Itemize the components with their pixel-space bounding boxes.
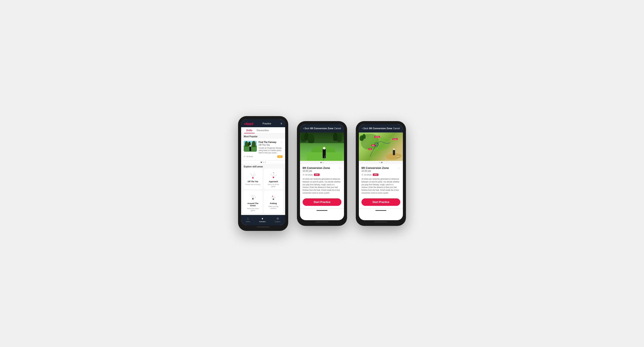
cancel-button[interactable]: Cancel bbox=[334, 127, 341, 130]
image-dots bbox=[300, 161, 344, 164]
favourite-star-icon[interactable]: ☆ bbox=[280, 141, 282, 144]
screen-title: 6ft Conversion Zone bbox=[310, 127, 333, 130]
chevron-left-icon-3: ‹ bbox=[362, 127, 363, 130]
nav-capture[interactable]: ⊕ Capture bbox=[275, 217, 280, 223]
svg-point-7 bbox=[255, 174, 256, 175]
phone-2: ‹ Back 6ft Conversion Zone Cancel bbox=[297, 121, 347, 226]
img-dot-1[interactable] bbox=[320, 162, 322, 163]
dot-3[interactable] bbox=[265, 162, 266, 163]
app-logo: clippd bbox=[244, 122, 253, 126]
dot-1[interactable] bbox=[261, 162, 262, 163]
nav-activities-label: Activities bbox=[259, 221, 266, 223]
nav-home[interactable]: ⌂ Home bbox=[246, 217, 250, 223]
app-header: clippd Practice ≡ bbox=[241, 119, 285, 127]
nav-label: Practice bbox=[262, 122, 271, 125]
skill-name-putting: Putting bbox=[270, 202, 277, 204]
bottom-nav: ⌂ Home ♦ Activities ⊕ Capture bbox=[241, 215, 285, 225]
back-label-3: Back bbox=[364, 127, 368, 130]
drill-footer: ⏱ 10 shots OTT bbox=[244, 155, 282, 158]
skill-name-ott: Off The Tee bbox=[248, 180, 258, 183]
detail-header: ‹ Back 6ft Conversion Zone Cancel bbox=[300, 124, 344, 133]
map-illustration: SAND Fairway Rough Miss Hit bbox=[359, 133, 403, 161]
drill-info-panel-3: 6ft Conversion Zone 10-50 yds ☆ ⏱ 20 sho… bbox=[359, 164, 403, 197]
skill-card-approach[interactable]: Approach Dial-in to hit the green bbox=[264, 169, 283, 189]
skill-card-ott[interactable]: Off The Tee Power and accuracy bbox=[243, 169, 262, 189]
phone-3: ‹ Back 6ft Conversion Zone Cancel bbox=[356, 121, 406, 226]
svg-point-23 bbox=[252, 194, 253, 195]
arg-badge-3: ARG bbox=[373, 174, 378, 176]
svg-point-34 bbox=[275, 197, 276, 198]
putting-skill-icon bbox=[268, 193, 278, 201]
clock-icon: ⏱ bbox=[244, 156, 246, 158]
skill-name-atg: Around The Green bbox=[245, 202, 261, 207]
home-indicator-3 bbox=[374, 221, 388, 222]
atg-skill-icon bbox=[248, 193, 258, 201]
main-content: Most Popular bbox=[241, 134, 285, 215]
img-dot-3-2[interactable] bbox=[381, 162, 382, 163]
drill-title: Find The Fairway bbox=[258, 141, 276, 144]
ott-badge: OTT bbox=[277, 155, 282, 158]
nav-home-label: Home bbox=[246, 221, 250, 223]
shots-badge: ⏱ 20 shots bbox=[302, 174, 313, 176]
svg-point-32 bbox=[274, 196, 275, 197]
skill-card-putting[interactable]: Putting Make and lag practice bbox=[264, 191, 283, 213]
cancel-button-3[interactable]: Cancel bbox=[393, 127, 400, 130]
nav-activities[interactable]: ♦ Activities bbox=[259, 217, 266, 223]
svg-point-8 bbox=[251, 174, 252, 175]
img-dot-2[interactable] bbox=[322, 162, 324, 163]
activities-icon: ♦ bbox=[262, 217, 263, 220]
svg-line-18 bbox=[251, 196, 253, 198]
shots-badge-3: ⏱ 20 shots bbox=[362, 174, 372, 176]
featured-drill-card[interactable]: Find The Fairway Off The Tee ☆ Create an… bbox=[241, 139, 285, 160]
explore-section: Explore skill areas bbox=[241, 164, 285, 215]
clock-icon-3: ⏱ bbox=[362, 174, 364, 176]
back-label: Back bbox=[304, 127, 309, 130]
shots-info: ⏱ 10 shots bbox=[244, 156, 253, 158]
tab-favourites[interactable]: Favourites bbox=[255, 127, 271, 133]
skill-desc-approach: Dial-in to hit the green bbox=[266, 184, 281, 187]
drill-desc-3: 20 shots are randomly generated at dista… bbox=[362, 178, 400, 194]
svg-point-21 bbox=[251, 195, 252, 196]
drill-name: 6ft Conversion Zone bbox=[302, 166, 330, 170]
svg-point-0 bbox=[252, 177, 254, 179]
skill-desc-ott: Power and accuracy bbox=[246, 184, 260, 185]
phone-1: clippd Practice ≡ Drills Favourites Most… bbox=[238, 116, 288, 231]
home-icon: ⌂ bbox=[247, 217, 249, 220]
start-practice-button[interactable]: Start Practice bbox=[302, 198, 342, 206]
svg-point-16 bbox=[273, 172, 274, 173]
menu-icon[interactable]: ≡ bbox=[280, 122, 282, 125]
svg-point-6 bbox=[254, 173, 255, 174]
favourite-icon[interactable]: ☆ bbox=[338, 166, 342, 170]
nav-capture-label: Capture bbox=[275, 221, 280, 223]
drill-photo bbox=[300, 133, 344, 161]
tab-drills[interactable]: Drills bbox=[244, 127, 255, 133]
drill-description: Create an imaginary fairway using trees … bbox=[258, 147, 282, 154]
tab-bar: Drills Favourites bbox=[241, 127, 285, 134]
drill-thumbnail bbox=[244, 141, 257, 152]
drill-meta: ⏱ 20 shots ARG bbox=[302, 174, 342, 176]
skill-card-atg[interactable]: Around The Green Hone your short game bbox=[243, 191, 262, 213]
skill-desc-putting: Make and lag practice bbox=[266, 205, 281, 209]
dot-2[interactable] bbox=[263, 162, 264, 163]
drill-desc: 20 shots are randomly generated at dista… bbox=[302, 178, 342, 194]
start-practice-button-3[interactable]: Start Practice bbox=[362, 198, 400, 206]
svg-point-9 bbox=[273, 177, 274, 178]
svg-point-13 bbox=[270, 174, 271, 175]
svg-point-15 bbox=[276, 175, 277, 176]
svg-point-17 bbox=[252, 198, 254, 199]
skill-name-approach: Approach bbox=[269, 180, 278, 183]
home-indicator-2 bbox=[316, 221, 328, 222]
most-popular-label: Most Popular bbox=[241, 134, 285, 139]
favourite-icon-3[interactable]: ☆ bbox=[398, 166, 400, 170]
svg-point-14 bbox=[274, 173, 275, 174]
screen-title-3: 6ft Conversion Zone bbox=[369, 127, 392, 130]
img-dot-3-1[interactable] bbox=[379, 162, 380, 163]
back-button[interactable]: ‹ Back bbox=[303, 127, 309, 130]
drill-info: Find The Fairway Off The Tee ☆ Create an… bbox=[258, 141, 282, 154]
shots-count: 10 shots bbox=[246, 156, 253, 158]
back-button-3[interactable]: ‹ Back bbox=[362, 127, 368, 130]
svg-point-22 bbox=[254, 195, 255, 196]
svg-line-11 bbox=[274, 173, 274, 177]
svg-line-12 bbox=[274, 175, 276, 177]
skill-grid: Off The Tee Power and accuracy bbox=[241, 169, 285, 215]
